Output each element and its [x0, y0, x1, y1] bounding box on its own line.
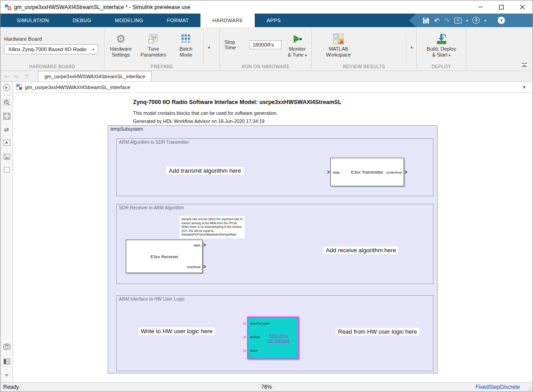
variant-badge-icon: ⇩ — [249, 353, 253, 359]
maximize-button[interactable] — [491, 0, 512, 14]
maximize-icon — [499, 5, 504, 9]
divider — [3, 95, 10, 95]
group-run-on-hardware: Stop Time Monitor & Tune ▾ RUN ON HARDWA… — [220, 27, 312, 71]
simulink-window: gm_usrpe3xxHWSWAXI4StreamSL_interface * … — [0, 0, 533, 392]
more-tools-icon[interactable]: » — [5, 372, 8, 378]
port-label-data: data — [193, 243, 200, 247]
xilinx-zynq-axi-interface-block[interactable]: Xilinx Zynq AXI Interface > maxTxCount >… — [247, 316, 299, 359]
minimize-button[interactable] — [470, 0, 491, 14]
resize-grip[interactable] — [528, 387, 531, 390]
temp-subsystem-area[interactable]: tempSubsystem ARM Algorithm to SDR Trans… — [108, 125, 438, 373]
favorites-icon[interactable]: ★ — [454, 18, 462, 24]
minimize-icon — [478, 7, 483, 7]
input-port-icon: > — [243, 321, 246, 327]
stop-time-label: Stop Time — [224, 39, 246, 50]
save-icon[interactable] — [423, 17, 429, 24]
tab-hardware[interactable]: HARDWARE — [200, 14, 255, 27]
tune-parameters-icon — [148, 33, 159, 44]
group-caption-prepare: PREPARE — [105, 64, 219, 69]
model-subtitle-annotation[interactable]: This model contains blocks that can be u… — [133, 110, 278, 116]
model-tab[interactable]: gm_usrpe3xxHWSWAXI4StreamSL_interface — [38, 71, 152, 81]
group-caption-run: RUN ON HARDWARE — [220, 64, 311, 69]
input-port-icon: > — [243, 348, 246, 354]
tab-simulation[interactable]: SIMULATION — [5, 14, 61, 27]
group-prepare: ⚙ Hardware Settings Tune Parameters — [105, 27, 220, 71]
editor-column: gm_usrpe3xxHWSWAXI4StreamSL_interface ▼ … — [13, 82, 533, 382]
group-deploy: Build, Deploy & Start ▾ DEPLOY — [417, 27, 466, 71]
model-generated-annotation[interactable]: Generated by HDL Workflow Advisor on 18-… — [133, 118, 265, 124]
undo-icon[interactable]: ↶ — [434, 17, 440, 24]
route-signals-icon[interactable]: ⇄ — [4, 127, 9, 132]
e3xx-transmitter-block[interactable]: E3xx Transmitter > data underflow > — [330, 158, 404, 186]
image-icon[interactable] — [3, 153, 10, 161]
model-canvas[interactable]: Zynq-7000 IIO Radio Software Interface M… — [13, 93, 533, 382]
tab-modeling[interactable]: MODELING — [103, 14, 155, 27]
stop-time-input[interactable] — [250, 40, 281, 49]
navigation-arrows: ⇦ ⇨ ⇧ — [0, 71, 32, 81]
chevron-down-icon: ▾ — [92, 47, 94, 52]
property-inspector-icon[interactable] — [3, 358, 10, 366]
breadcrumb-dropdown-icon[interactable]: ▼ — [522, 85, 526, 90]
output-port-icon: > — [203, 242, 206, 248]
port-label-txstart: txStart — [250, 335, 260, 339]
screenshot-icon[interactable] — [3, 343, 10, 351]
batch-mode-icon — [181, 34, 191, 44]
workspace: ⇄ A — [0, 82, 533, 382]
play-icon — [294, 35, 300, 43]
group-caption-deploy: DEPLOY — [417, 64, 466, 69]
toolstrip-ribbon: Hardware Board Xilinx Zynq-7000 Based II… — [0, 27, 533, 71]
help-icon[interactable]: ? — [472, 17, 480, 24]
output-port-icon: > — [203, 264, 206, 270]
build-deploy-icon — [436, 33, 447, 45]
matlab-workspace-icon — [333, 33, 344, 44]
hardware-board-value: Xilinx Zynq-7000 Based IIO Radio — [8, 47, 86, 52]
ribbon-filler — [466, 27, 533, 71]
divider — [406, 33, 406, 64]
port-label-underflow: underflow — [386, 170, 402, 175]
output-port-icon: > — [405, 170, 407, 175]
hw-area[interactable]: ARM Interface to HW User Logic Write to … — [116, 295, 433, 371]
hardware-board-label: Hardware Board — [4, 36, 100, 42]
hw-write-annotation[interactable]: Write to HW user logic here — [138, 327, 215, 335]
model-title-annotation[interactable]: Zynq-7000 IIO Radio Software Interface M… — [133, 99, 342, 105]
forward-icon[interactable]: ⇨ — [14, 73, 19, 80]
group-review-results: MATLAB Workspace ▾ REVIEW RESULTS — [312, 27, 417, 71]
temp-subsystem-label: tempSubsystem — [110, 127, 143, 132]
up-to-parent-icon[interactable]: ⇧ — [24, 73, 29, 80]
tab-apps[interactable]: APPS — [255, 14, 292, 27]
area-icon[interactable] — [4, 167, 10, 173]
tab-debug[interactable]: DEBUG — [61, 14, 103, 27]
status-bar: Ready 76% FixedStepDiscrete — [0, 382, 533, 392]
tx-annotation[interactable]: Add transmit algorithm here — [167, 167, 243, 175]
rx-area[interactable]: SDR Receiver to ARM Algorithm Sample rat… — [116, 204, 433, 284]
breadcrumb-model-name[interactable]: gm_usrpe3xxHWSWAXI4StreamSL_interface — [25, 85, 130, 90]
sample-rate-note[interactable]: Sample rate should reflect the expected … — [180, 216, 245, 238]
account-icon[interactable]: ▼ — [498, 17, 505, 24]
annotation-icon[interactable]: A — [3, 140, 10, 146]
tx-area[interactable]: ARM Algorithm to SDR Transmitter Add tra… — [116, 138, 433, 196]
divider — [203, 33, 204, 64]
hw-read-annotation[interactable]: Read from HW user logic here — [336, 328, 419, 335]
back-icon[interactable]: ⇦ — [4, 73, 10, 80]
redo-icon[interactable]: ↷ — [444, 17, 450, 24]
tab-format[interactable]: FORMAT — [155, 14, 201, 27]
e3xx-receiver-block[interactable]: E3xx Receiver data > overflow > — [126, 240, 203, 273]
fit-to-view-icon[interactable] — [3, 113, 10, 122]
window-title: gm_usrpe3xxHWSWAXI4StreamSL_interface * … — [14, 4, 190, 10]
zoom-region-icon[interactable] — [3, 99, 10, 108]
hardware-board-select[interactable]: Xilinx Zynq-7000 Based IIO Radio ▾ — [4, 44, 98, 54]
port-label-txsel: txSel — [250, 349, 258, 353]
help-dropdown-icon[interactable]: ▾ — [484, 19, 486, 23]
document-bar: ⇦ ⇨ ⇧ gm_usrpe3xxHWSWAXI4StreamSL_interf… — [0, 71, 533, 82]
port-label-maxtxcount: maxTxCount — [250, 321, 270, 326]
chevron-down-icon: ▾ — [208, 45, 210, 50]
hw-area-label: ARM Interface to HW User Logic — [119, 297, 185, 302]
explorer-bar-toggle-icon[interactable] — [3, 84, 10, 91]
solver-link[interactable]: FixedStepDiscrete — [476, 384, 520, 390]
close-button[interactable] — [512, 0, 533, 14]
rx-annotation[interactable]: Add receive algorithm here — [324, 246, 398, 254]
group-caption-review: REVIEW RESULTS — [312, 64, 416, 69]
gear-icon: ⚙ — [116, 33, 126, 44]
collapse-ribbon-button[interactable] — [522, 63, 527, 67]
favorites-dropdown-icon[interactable]: ▾ — [466, 19, 468, 23]
